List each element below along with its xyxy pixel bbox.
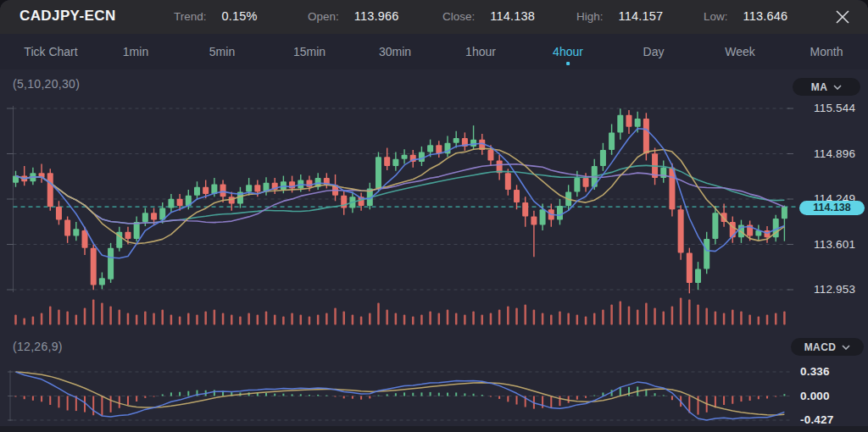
price-tick-label: 112.953 [814,283,855,296]
tab-15min[interactable]: 15min [293,34,326,69]
macd-tick-label: 0.000 [800,390,830,403]
stat-value: 0.15% [222,9,258,23]
tab-tick-chart[interactable]: Tick Chart [24,34,77,69]
ma-params-label: (5,10,20,30) [13,77,80,91]
stat-value: 114.138 [490,9,535,23]
bottom-strip [0,426,868,432]
ma-dropdown-label: MA [811,81,827,93]
stat-close: Close:114.138 [442,9,535,23]
ma-dropdown[interactable]: MA [793,78,860,96]
current-price-tag: 114.138 [799,201,865,215]
tab-4hour[interactable]: 4hour [553,34,583,69]
stat-low: Low:113.646 [704,9,787,23]
active-tab-indicator [566,62,570,65]
stat-high: High:114.157 [576,9,663,23]
tab-1min[interactable]: 1min [123,34,148,69]
tab-month[interactable]: Month [810,34,843,69]
chevron-down-icon [842,345,850,350]
stat-value: 113.646 [743,9,788,23]
price-tick-label: 114.896 [814,147,855,161]
macd-params-label: (12,26,9) [13,340,63,353]
tab-1hour[interactable]: 1hour [465,34,496,69]
price-tick-label: 113.601 [814,238,855,252]
tab-30min[interactable]: 30min [379,34,411,69]
macd-dropdown-label: MACD [804,341,837,353]
stat-open: Open:113.966 [308,9,399,23]
stat-label: Close: [442,10,475,23]
trading-chart-panel: CADJPY-ECN Trend:0.15%Open:113.966Close:… [0,0,868,432]
stat-value: 114.157 [619,9,664,23]
tab-5min[interactable]: 5min [209,34,235,69]
close-icon [833,8,852,26]
close-button[interactable] [831,5,854,29]
price-tick-label: 115.544 [814,102,855,115]
macd-dropdown[interactable]: MACD [791,338,864,356]
tab-day[interactable]: Day [643,34,665,69]
macd-tick-label: 0.336 [800,365,830,379]
stat-label: Trend: [174,10,207,23]
stat-label: High: [576,10,604,23]
stat-label: Open: [308,10,339,23]
timeframe-tabs: Tick Chart1min5min15min30min1hour4hourDa… [0,34,868,69]
stat-value: 113.966 [354,9,399,23]
symbol-title: CADJPY-ECN [19,8,116,25]
chevron-down-icon [833,85,842,90]
macd-tick-label: -0.427 [800,413,833,427]
stat-trend: Trend:0.15% [174,9,258,23]
tab-week[interactable]: Week [725,34,755,69]
stat-label: Low: [704,10,728,23]
header-bar: CADJPY-ECN Trend:0.15%Open:113.966Close:… [0,0,868,34]
